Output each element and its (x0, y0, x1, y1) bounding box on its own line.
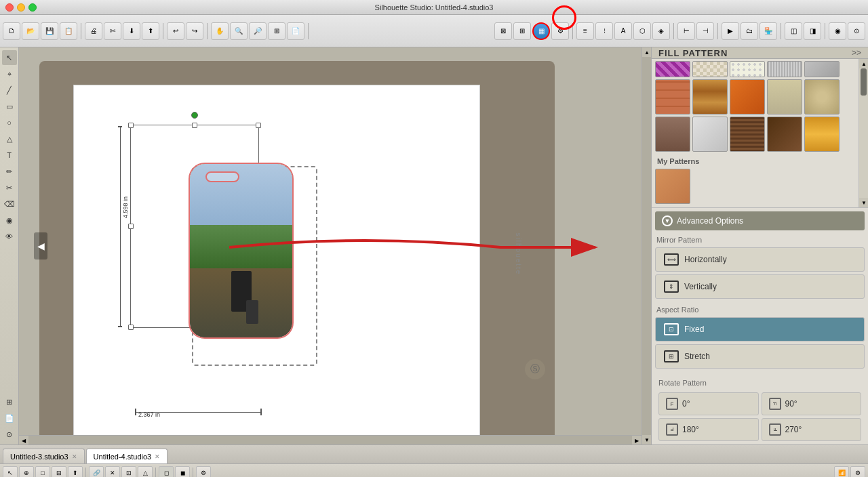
pattern-wood[interactable] (692, 79, 728, 115)
import-button[interactable]: ⬇ (123, 22, 140, 40)
save-button[interactable]: 💾 (41, 22, 58, 40)
zoom-fit-button[interactable]: ⊞ (268, 22, 285, 40)
tab1-close[interactable]: ✕ (72, 453, 77, 460)
panel-collapse-button[interactable]: >> (852, 48, 861, 58)
bottom-cut[interactable]: △ (138, 466, 153, 478)
new-button[interactable]: 🗋 (3, 22, 20, 40)
close-button[interactable] (5, 3, 14, 12)
rotate-90-btn[interactable]: F 90° (762, 392, 862, 415)
advanced-options-button[interactable]: ▼ Advanced Options (655, 211, 865, 230)
weld-button[interactable]: ⬡ (633, 22, 651, 40)
settings-tool-btn[interactable]: ⊙ (2, 427, 17, 442)
draw-tool[interactable]: ✏ (2, 164, 17, 179)
tab-studio4[interactable]: Untitled-4.studio3 ✕ (86, 449, 168, 463)
pattern-beige[interactable] (767, 79, 802, 115)
select-tool[interactable]: ↖ (2, 50, 17, 65)
handle-tl[interactable] (128, 123, 134, 128)
scroll-thumb-patterns[interactable] (861, 68, 867, 96)
pattern-golden[interactable] (804, 117, 840, 152)
handle-ml[interactable] (128, 224, 134, 229)
page-btn[interactable]: 📄 (2, 411, 17, 426)
pattern-gray[interactable] (767, 61, 802, 77)
bottom-group[interactable]: □ (35, 466, 50, 478)
eraser-button[interactable]: ⊣ (696, 22, 714, 40)
handle-tc[interactable] (192, 123, 197, 128)
bottom-settings[interactable]: ⚙ (196, 466, 211, 478)
fixed-option[interactable]: ⊡ Fixed (655, 317, 865, 341)
extra1-button[interactable]: ◫ (785, 22, 802, 40)
pattern-purple[interactable] (655, 61, 690, 77)
bottom-trace[interactable]: ⊡ (121, 466, 136, 478)
scroll-up-btn[interactable]: ▲ (859, 59, 868, 68)
open-button[interactable]: 📂 (22, 22, 39, 40)
pattern-darkwood[interactable] (730, 117, 765, 152)
extra4-button[interactable]: ⊙ (848, 22, 865, 40)
scroll-thumb[interactable] (642, 57, 651, 435)
knife-tool[interactable]: ✂ (2, 180, 17, 195)
fill-pattern-button[interactable]: ▦ (532, 22, 550, 40)
bottom-color[interactable]: ◻ (159, 466, 174, 478)
undo-button[interactable]: ↩ (167, 22, 184, 40)
tab-studio3[interactable]: Untitled-3.studio3 ✕ (3, 449, 85, 463)
scroll-down[interactable]: ▼ (642, 435, 651, 444)
eraser-tool[interactable]: ⌫ (2, 196, 17, 211)
rotate-handle[interactable] (191, 112, 198, 119)
pattern-orange[interactable] (730, 79, 765, 115)
send-button[interactable]: ▶ (722, 22, 739, 40)
library-button[interactable]: 🗂 (741, 22, 758, 40)
scroll-down-btn[interactable]: ▼ (859, 198, 868, 207)
bottom-link[interactable]: 🔗 (89, 466, 104, 478)
zoom-out-button[interactable]: 🔎 (249, 22, 267, 40)
layers-btn[interactable]: ⊞ (2, 394, 17, 409)
text-tool[interactable]: T (2, 148, 17, 163)
print-button[interactable]: 🖨 (85, 22, 102, 40)
pattern-darkbrown[interactable] (767, 117, 802, 152)
view-tool[interactable]: 👁 (2, 229, 17, 244)
my-pattern-1[interactable] (655, 169, 690, 204)
vertically-option[interactable]: ⇕ Vertically (655, 274, 865, 299)
export-button[interactable]: ⬆ (142, 22, 159, 40)
bottom-nodes[interactable]: ⊕ (19, 466, 34, 478)
pattern-sand[interactable] (804, 79, 840, 115)
pattern-brick[interactable] (655, 79, 690, 115)
pan-button[interactable]: ✋ (211, 22, 229, 40)
bottom-fill[interactable]: ◼ (175, 466, 190, 478)
extra3-button[interactable]: ◉ (829, 22, 846, 40)
canvas-area[interactable]: 2.367 in 4.598 in silhouette Ⓢ ◀ (19, 47, 651, 444)
scroll-right[interactable]: ▶ (632, 436, 642, 444)
scroll-left[interactable]: ◀ (19, 436, 28, 444)
zoom-in-button[interactable]: 🔍 (230, 22, 248, 40)
handle-tr[interactable] (256, 123, 261, 128)
grid-button[interactable]: ⊞ (513, 22, 531, 40)
bottom-front[interactable]: ⬆ (68, 466, 83, 478)
pattern-stone[interactable] (655, 117, 690, 152)
bottom-prefs[interactable]: ⚙ (850, 466, 865, 478)
nav-left-arrow[interactable]: ◀ (34, 232, 47, 260)
pattern-check[interactable] (692, 61, 728, 77)
bottom-unlink[interactable]: ✕ (105, 466, 120, 478)
polygon-tool[interactable]: △ (2, 131, 17, 146)
line-tool[interactable]: ╱ (2, 83, 17, 98)
bottom-wifi[interactable]: 📶 (834, 466, 849, 478)
bottom-ungroup[interactable]: ⊟ (52, 466, 66, 478)
ellipse-tool[interactable]: ○ (2, 115, 17, 130)
pattern-gray2[interactable] (804, 61, 840, 77)
handle-bl[interactable] (128, 325, 134, 330)
fill-tool[interactable]: ◉ (2, 213, 17, 228)
horizontally-option[interactable]: ⟺ Horizontally (655, 247, 865, 272)
align-button[interactable]: ≡ (576, 22, 594, 40)
minimize-button[interactable] (17, 3, 25, 12)
scroll-up[interactable]: ▲ (642, 47, 651, 57)
save-as-button[interactable]: 📋 (60, 22, 77, 40)
points-button[interactable]: ◈ (652, 22, 670, 40)
pattern-dots[interactable] (730, 61, 765, 77)
maximize-button[interactable] (28, 3, 37, 12)
rect-tool[interactable]: ▭ (2, 99, 17, 114)
rotate-0-btn[interactable]: F 0° (658, 392, 759, 415)
tab2-close[interactable]: ✕ (155, 453, 160, 460)
node-tool[interactable]: ⌖ (2, 66, 17, 81)
zoom-page-button[interactable]: 📄 (287, 22, 304, 40)
cut-marks-button[interactable]: ⊠ (494, 22, 512, 40)
stretch-option[interactable]: ⊞ Stretch (655, 344, 865, 369)
rotate-180-btn[interactable]: F 180° (658, 418, 759, 441)
